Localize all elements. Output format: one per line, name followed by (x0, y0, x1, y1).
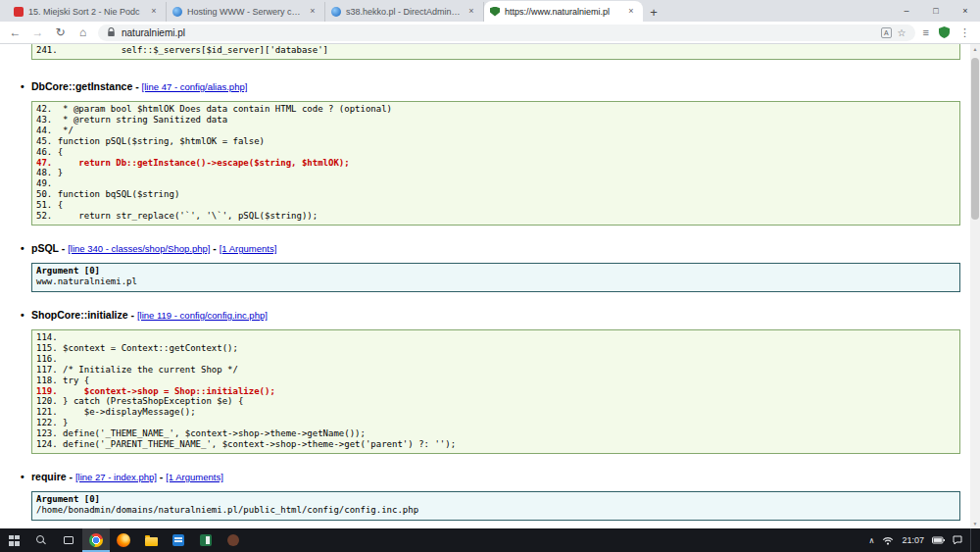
separator: - (157, 471, 166, 482)
code-line: 45. function pSQL($string, $htmlOK = fal… (36, 136, 956, 147)
taskbar-firefox-button[interactable] (110, 528, 137, 552)
globe-icon (331, 7, 341, 17)
taskbar-app-blue-button[interactable] (165, 528, 192, 552)
browser-tab[interactable]: https://www.naturalniemi.pl× (484, 1, 643, 22)
stack-frames: DbCore::getInstance - [line 47 - config/… (31, 80, 960, 521)
extensions-icon[interactable]: ≡ (923, 26, 929, 38)
firefox-icon (117, 533, 130, 547)
tab-close-icon[interactable]: × (466, 6, 477, 18)
browser-tab[interactable]: Hosting WWW - Serwery certyfik× (167, 2, 325, 22)
code-line: 120. } catch (PrestaShopException $e) { (36, 396, 956, 407)
argument-block: Argument [0]/home/bonadmin/domains/natur… (31, 491, 960, 521)
action-center-icon[interactable] (953, 535, 962, 545)
frame-location-link[interactable]: [line 27 - index.php] (75, 472, 157, 482)
file-explorer-icon (145, 537, 158, 546)
menu-kebab-icon[interactable]: ⋮ (959, 26, 970, 39)
code-line: 44. */ (36, 125, 956, 136)
close-button[interactable]: × (951, 0, 980, 21)
frame-heading: DbCore::getInstance - [line 47 - config/… (31, 80, 960, 92)
taskbar-file-explorer-button[interactable] (137, 528, 165, 552)
tab-strip: 15. Miejski Sort 2 - Nie Podc×Hosting WW… (0, 0, 980, 22)
code-line-highlighted: 47. return Db::getInstance()->escape($st… (36, 158, 956, 169)
taskbar-clock[interactable]: 21:07 (902, 535, 924, 545)
browser-tab[interactable]: 15. Miejski Sort 2 - Nie Podc× (8, 2, 167, 22)
red-media-icon (14, 7, 24, 17)
code-block: 42. * @param bool $htmlOK Does data cont… (31, 101, 960, 226)
code-line: 123. define('_THEME_NAME_', $context->sh… (36, 428, 956, 439)
frame-title: pSQL (31, 242, 59, 254)
code-line: 42. * @param bool $htmlOK Does data cont… (36, 104, 956, 115)
tab-title: Hosting WWW - Serwery certyfik (187, 7, 302, 17)
globe-icon (172, 7, 182, 17)
shield-icon (490, 7, 500, 17)
browser-toolbar: ← → ↻ ⌂ naturalniemi.pl A ☆ ≡ ⋮ (0, 22, 980, 44)
app-blue-icon (172, 534, 184, 546)
taskbar-search-button[interactable] (27, 528, 55, 552)
tab-close-icon[interactable]: × (625, 6, 637, 18)
stack-frame: DbCore::getInstance - [line 47 - config/… (31, 80, 960, 226)
argument-label: Argument [0] (36, 494, 956, 506)
new-tab-button[interactable]: + (643, 2, 664, 22)
back-icon[interactable]: ← (8, 25, 23, 39)
show-desktop-button[interactable] (970, 528, 975, 552)
window-controls: – □ × (892, 0, 980, 21)
reload-icon[interactable]: ↻ (53, 25, 68, 39)
code-line: 124. define('_PARENT_THEME_NAME_', $cont… (36, 439, 956, 450)
bookmark-star-icon[interactable]: ☆ (898, 27, 906, 38)
frame-title: DbCore::getInstance (31, 80, 132, 92)
frame-arguments-link[interactable]: [1 Arguments] (220, 243, 277, 254)
minimize-button[interactable]: – (892, 0, 921, 21)
app-dark-icon (227, 534, 239, 546)
url-text: naturalniemi.pl (122, 27, 185, 38)
code-line: 118. try { (36, 376, 956, 386)
translate-icon[interactable]: A (881, 27, 892, 38)
frame-location-link[interactable]: [line 119 - config/config.inc.php] (137, 310, 268, 321)
code-line-highlighted: 119. $context->shop = Shop::initialize()… (36, 386, 956, 397)
padlock-icon (107, 27, 116, 37)
code-line: 48. } (36, 168, 956, 178)
app-green-icon (200, 534, 212, 546)
argument-block: Argument [0]www.naturalniemi.pl (31, 263, 960, 292)
tray-expand-icon[interactable]: ∧ (869, 536, 875, 545)
wifi-icon[interactable] (882, 536, 894, 545)
taskbar-app-green-button[interactable] (192, 528, 220, 552)
frame-title: ShopCore::initialize (31, 309, 128, 321)
argument-value: /home/bonadmin/domains/naturalniemi.pl/p… (36, 505, 956, 517)
system-tray: ∧ 21:07 (864, 528, 980, 552)
tabs-container: 15. Miejski Sort 2 - Nie Podc×Hosting WW… (8, 1, 643, 22)
frame-location-link[interactable]: [line 47 - config/alias.php] (142, 81, 248, 92)
tab-title: s38.hekko.pl - DirectAdmin v1.60 (346, 7, 461, 17)
scroll-up-icon[interactable]: ▲ (970, 44, 980, 54)
frame-arguments-link[interactable]: [1 Arguments] (166, 472, 223, 482)
frame-location-link[interactable]: [line 340 - classes/shop/Shop.php] (68, 243, 210, 254)
maximize-button[interactable]: □ (921, 0, 951, 21)
code-line: 121. $e->displayMessage(); (36, 407, 956, 418)
separator: - (59, 242, 68, 254)
code-line: 46. { (36, 147, 956, 158)
frame-heading: require - [line 27 - index.php] - [1 Arg… (31, 471, 960, 482)
home-icon[interactable]: ⌂ (75, 25, 90, 39)
scroll-down-icon[interactable]: ▼ (970, 519, 980, 528)
tab-close-icon[interactable]: × (148, 6, 160, 18)
address-bar[interactable]: naturalniemi.pl A ☆ (98, 25, 915, 41)
taskbar-chrome-button[interactable] (82, 528, 110, 552)
tab-title: 15. Miejski Sort 2 - Nie Podc (28, 7, 143, 17)
task-view-icon (64, 536, 74, 544)
vertical-scrollbar[interactable]: ▲ ▼ (970, 44, 980, 528)
taskbar-start-button[interactable] (0, 528, 27, 552)
code-line: 115. $context = Context::getContext(); (36, 343, 956, 354)
tab-close-icon[interactable]: × (307, 6, 318, 18)
browser-window: 15. Miejski Sort 2 - Nie Podc×Hosting WW… (0, 0, 980, 552)
browser-tab[interactable]: s38.hekko.pl - DirectAdmin v1.60× (325, 2, 484, 22)
battery-icon[interactable] (932, 536, 945, 544)
adblock-shield-icon[interactable] (939, 26, 950, 38)
taskbar-app-dark-button[interactable] (220, 528, 247, 552)
start-icon (9, 535, 20, 546)
forward-icon[interactable]: → (30, 25, 45, 39)
code-line: 50. function bqSQL($string) (36, 189, 956, 200)
taskbar-task-view-button[interactable] (55, 528, 82, 552)
code-line: 114. (36, 332, 956, 343)
code-line: 51. { (36, 200, 956, 211)
stack-frame: ShopCore::initialize - [line 119 - confi… (31, 309, 960, 454)
scrollbar-thumb[interactable] (971, 58, 979, 220)
